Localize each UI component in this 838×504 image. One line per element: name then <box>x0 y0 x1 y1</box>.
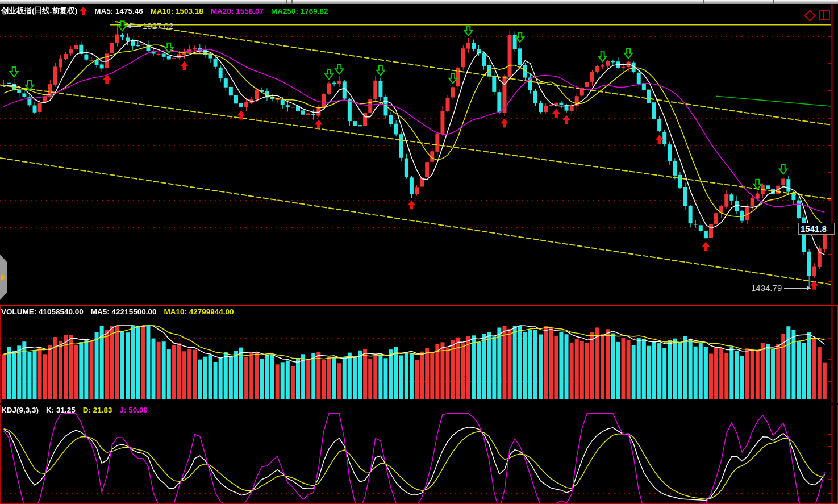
low-annotation: 1434.79 <box>751 283 811 293</box>
kdj-panel: KDJ(9,3,3) K: 31.25 D: 21.83 J: 50.09 <box>0 405 838 504</box>
strip-divider <box>703 0 704 4</box>
strip-divider <box>291 0 293 4</box>
ma20-value: MA20: 1558.07 <box>211 7 264 15</box>
trend-up-arrow-icon <box>80 7 87 15</box>
instrument-title: 创业板指(日线.前复权) <box>1 6 77 16</box>
kdj-indicator-name: KDJ(9,3,3) <box>1 406 39 414</box>
arrow-line <box>131 26 141 27</box>
high-annotation: 1927.02 <box>126 21 173 31</box>
volume-panel: VOLUME: 41058540.00 MA5: 42215500.00 MA1… <box>0 305 838 403</box>
ma10-value: MA10: 1503.18 <box>151 7 203 15</box>
low-annotation-value: 1434.79 <box>751 283 782 293</box>
kdj-j-value: J: 50.09 <box>120 406 148 414</box>
toolbar-bottom-strip <box>0 0 838 4</box>
arrow-line <box>784 288 807 289</box>
right-arrow-icon <box>807 286 811 290</box>
volume-chart-canvas[interactable] <box>0 305 838 403</box>
split-window-icon[interactable] <box>819 10 830 20</box>
kdj-header: KDJ(9,3,3) K: 31.25 D: 21.83 J: 50.09 <box>1 406 155 414</box>
left-arrow-icon <box>126 24 131 28</box>
volume-value: VOLUME: 41058540.00 <box>1 307 84 316</box>
volume-ma5-value: MA5: 42215500.00 <box>91 307 157 316</box>
ma250-value: MA250: 1769.82 <box>271 7 328 15</box>
main-chart-panel: 创业板指(日线.前复权) MA5: 1475.46 MA10: 1503.18 … <box>0 4 838 304</box>
last-price-label: 1541.8 <box>798 223 835 235</box>
strip-divider <box>773 0 774 4</box>
ma5-value: MA5: 1475.46 <box>94 7 143 15</box>
kdj-chart-canvas[interactable] <box>0 405 838 504</box>
sidebar-flyout-handle[interactable] <box>0 255 7 300</box>
strip-divider <box>286 0 287 4</box>
trading-app-screen: 创业板指(日线.前复权) MA5: 1475.46 MA10: 1503.18 … <box>0 0 838 504</box>
expand-right-arrow-icon <box>1 274 6 281</box>
high-annotation-value: 1927.02 <box>143 21 173 31</box>
volume-ma10-value: MA10: 42799944.00 <box>164 307 234 316</box>
split-window-icon-divider <box>823 11 824 19</box>
main-chart-header: 创业板指(日线.前复权) MA5: 1475.46 MA10: 1503.18 … <box>1 6 336 16</box>
kdj-k-value: K: 31.25 <box>46 406 76 414</box>
volume-header: VOLUME: 41058540.00 MA5: 42215500.00 MA1… <box>1 307 241 316</box>
kdj-d-value: D: 21.83 <box>83 406 112 414</box>
candlestick-chart-canvas[interactable] <box>0 4 838 304</box>
